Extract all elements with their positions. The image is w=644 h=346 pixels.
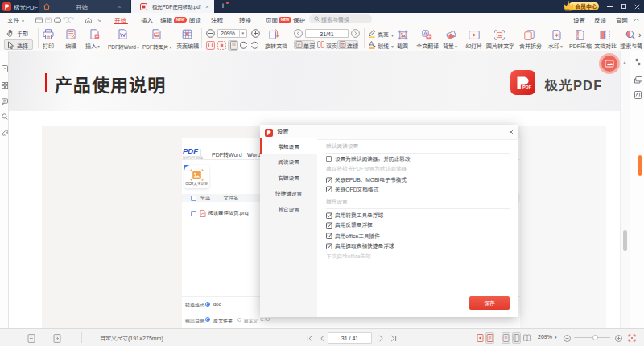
svg-text:PDF: PDF <box>522 84 532 89</box>
